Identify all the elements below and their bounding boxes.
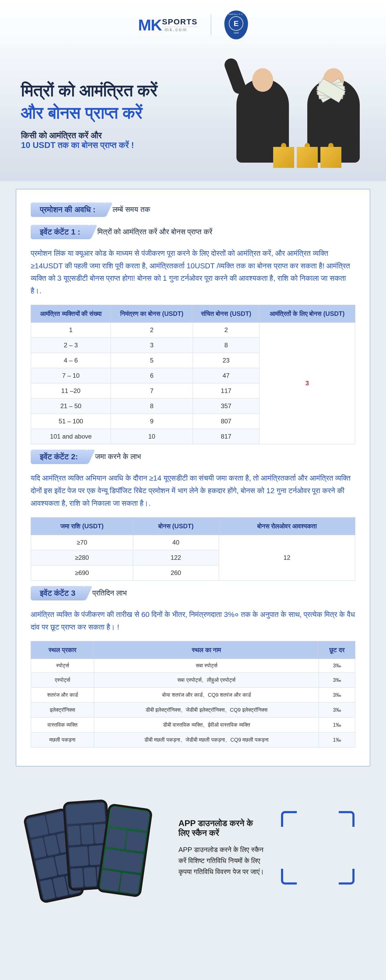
table-cell: 8: [111, 398, 193, 414]
footer-text-block: APP डाउनलोड करने के लिए स्कैन करें APP ड…: [179, 818, 265, 877]
gift-box-icon: [273, 147, 294, 168]
event3-table: स्थल प्रकारस्थल का नामछूट दर स्पोर्ट्ससब…: [31, 641, 355, 748]
table-cell: 10: [111, 429, 193, 444]
table-cell: 807: [193, 414, 260, 429]
table-cell: 4 – 6: [31, 353, 111, 368]
table-cell: 260: [133, 565, 219, 581]
table-header-cell: निमंत्रण का बोनस (USDT): [111, 305, 193, 322]
table-cell: 3: [111, 337, 193, 353]
event1-body: प्रमोशन लिंक या क्यूआर कोड के माध्यम से …: [31, 247, 355, 297]
table-row: स्पोर्ट्ससबा स्पोर्ट्स3‰: [31, 659, 355, 673]
table-cell: 1‰: [319, 718, 355, 732]
hero-illustration: [221, 63, 365, 168]
table-cell: 51 – 100: [31, 414, 111, 429]
content-card: प्रमोशन की अवधि : लम्बें समय तक इवेंट कं…: [16, 189, 370, 767]
table-cell: 7 – 10: [31, 368, 111, 383]
table-row: वास्तविक व्यक्तिडीबी वास्तविक व्यक्ति、ईव…: [31, 718, 355, 732]
table-cell: 9: [111, 414, 193, 429]
table-row: एस्पोर्ट्ससबा एस्पोर्ट्स、लीहुओ एस्पोर्ट्…: [31, 673, 355, 687]
table-header-cell: बोनस (USDT): [133, 517, 219, 535]
qr-scan-frame[interactable]: [281, 811, 354, 885]
hero-title-line1: मित्रों को आमंत्रित करें: [21, 81, 221, 100]
club-letter: E: [229, 16, 243, 31]
table-cell: 23: [193, 353, 260, 368]
table-header-cell: छूट दर: [319, 641, 355, 659]
footer-body: APP डाउनलोड करने के लिए स्कैन करें विशिष…: [179, 845, 265, 877]
event2-body: यदि आमंत्रित व्यक्ति अभियान अवधि के दौरा…: [31, 472, 355, 509]
page-container: MK SPORTS mk.com EMPOLI F.C. E 1920 मित्…: [0, 0, 386, 921]
table-header-cell: स्थल का नाम: [94, 641, 319, 659]
club-badge-icon: EMPOLI F.C. E 1920: [224, 11, 248, 39]
event1-label: इवेंट कंटेंट 1 :: [31, 225, 89, 239]
hero-subtitle-line1: किसी को आमंत्रित करें और: [21, 130, 221, 140]
logo-mk-text: MK: [138, 16, 161, 34]
table-cell: इलेक्ट्रॉनिक्स: [31, 703, 94, 718]
table-header-cell: जमा राशि (USDT): [31, 517, 133, 535]
qr-corner-icon: [339, 811, 354, 827]
table-cell: डीबी वास्तविक व्यक्ति、ईवीओ वास्तविक व्यक…: [94, 718, 319, 732]
table-cell: 3‰: [319, 687, 355, 703]
footer: APP डाउनलोड करने के लिए स्कैन करें APP ड…: [0, 774, 386, 921]
table-cell: 5: [111, 353, 193, 368]
mk-sports-logo: MK SPORTS mk.com: [138, 16, 198, 34]
club-name: EMPOLI F.C.: [228, 13, 244, 16]
event3-body: आमंत्रित व्यक्ति के पंजीकरण की तारीख से …: [31, 608, 355, 633]
promotion-period-label: प्रमोशन की अवधि :: [31, 202, 105, 217]
table-cell: मछली पकड़ना: [31, 732, 94, 747]
table-cell: 47: [193, 368, 260, 383]
table-row: 1223: [31, 322, 355, 337]
table-cell: 2 – 3: [31, 337, 111, 353]
table-row: ≥704012: [31, 535, 355, 550]
table-header-cell: स्थल प्रकार: [31, 641, 94, 659]
money-fan-icon: [318, 84, 354, 105]
event2-row: इवेंट कंटेंट 2: जमा करने के लाभ: [31, 450, 355, 464]
hero-text-block: मित्रों को आमंत्रित करें और बोनस प्राप्त…: [21, 81, 221, 150]
table-cell: ≥280: [31, 550, 133, 565]
table-cell: 3‰: [319, 703, 355, 718]
table-cell: 1‰: [319, 732, 355, 747]
table-cell: शतरंज और कार्ड: [31, 687, 94, 703]
event1-value: मित्रों को आमंत्रित करें और बोनस प्राप्त…: [97, 228, 212, 236]
table-cell: 2: [111, 322, 193, 337]
qr-corner-icon: [339, 869, 354, 885]
table-merged-cell: 3: [259, 322, 355, 444]
table-header-cell: बोनस रोलओवर आवश्यकता: [219, 517, 355, 535]
table-header-cell: आमंत्रितों के लिए बोनस (USDT): [259, 305, 355, 322]
table-cell: 3‰: [319, 659, 355, 673]
table-cell: 3‰: [319, 673, 355, 687]
promotion-period-value: लम्बें समय तक: [113, 205, 150, 214]
hero-title-line2: और बोनस प्राप्त करें: [21, 103, 221, 123]
table-cell: डीबी मछली पकड़ना、जेडीबी मछली पकड़ना、CQ9 …: [94, 732, 319, 747]
table-cell: बोया शतरंज और कार्ड、CQ9 शतरंज और कार्ड: [94, 687, 319, 703]
event2-value: जमा करने के लाभ: [95, 452, 140, 461]
table-row: मछली पकड़नाडीबी मछली पकड़ना、जेडीबी मछली …: [31, 732, 355, 747]
logo-domain-text: mk.com: [162, 27, 197, 32]
table-cell: सबा स्पोर्ट्स: [94, 659, 319, 673]
table-cell: 2: [193, 322, 260, 337]
table-cell: 1: [31, 322, 111, 337]
table-row: इलेक्ट्रॉनिक्सडीबी इलेक्ट्रॉनिक्स、जेडीबी…: [31, 703, 355, 718]
table-cell: 357: [193, 398, 260, 414]
table-header-cell: संचित बोनस (USDT): [193, 305, 260, 322]
qr-corner-icon: [281, 869, 297, 885]
club-year: 1920: [234, 32, 239, 34]
table-cell: 11 –20: [31, 383, 111, 398]
promotion-period-row: प्रमोशन की अवधि : लम्बें समय तक: [31, 202, 355, 217]
hero-banner: मित्रों को आमंत्रित करें और बोनस प्राप्त…: [0, 50, 386, 181]
table-cell: 101 and above: [31, 429, 111, 444]
header-divider: [211, 14, 211, 35]
event1-row: इवेंट कंटेंट 1 : मित्रों को आमंत्रित करे…: [31, 225, 355, 239]
table-cell: 6: [111, 368, 193, 383]
table-cell: स्पोर्ट्स: [31, 659, 94, 673]
table-cell: वास्तविक व्यक्ति: [31, 718, 94, 732]
table-cell: ≥70: [31, 535, 133, 550]
event1-table: आमंत्रित व्यक्तियों की संख्यानिमंत्रण का…: [31, 305, 355, 444]
event3-row: इवेंट कंटेंट 3 प्रतिदिन लाभ: [31, 586, 355, 600]
table-cell: 122: [133, 550, 219, 565]
table-header-cell: आमंत्रित व्यक्तियों की संख्या: [31, 305, 111, 322]
event3-label: इवेंट कंटेंट 3: [31, 586, 85, 600]
footer-title: APP डाउनलोड करने के लिए स्कैन करें: [179, 818, 265, 838]
header: MK SPORTS mk.com EMPOLI F.C. E 1920: [0, 0, 386, 50]
event2-table: जमा राशि (USDT)बोनस (USDT)बोनस रोलओवर आव…: [31, 517, 355, 581]
table-cell: 8: [193, 337, 260, 353]
